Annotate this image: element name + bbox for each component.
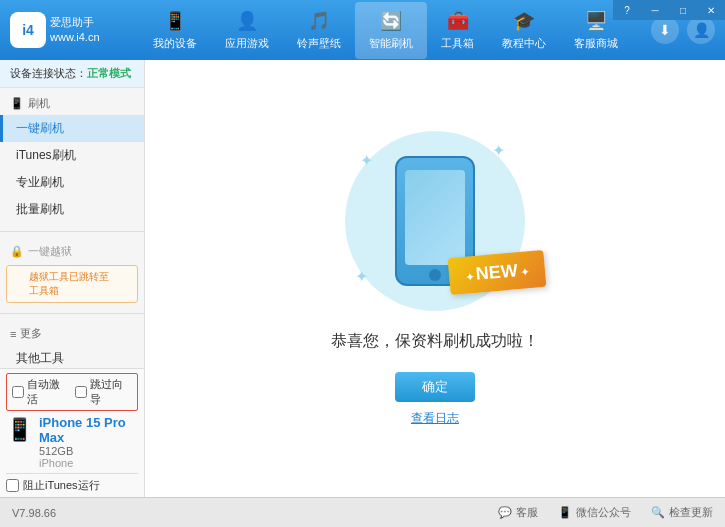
sparkle-3: ✦ <box>355 267 368 286</box>
app-logo: i4 爱思助手 www.i4.cn <box>10 12 120 48</box>
version-label: V7.98.66 <box>12 507 56 519</box>
sidebar-other-tools[interactable]: 其他工具 <box>0 345 144 368</box>
view-log-link[interactable]: 查看日志 <box>411 410 459 427</box>
confirm-button[interactable]: 确定 <box>395 372 475 402</box>
smart-flash-icon: 🔄 <box>380 10 402 32</box>
sidebar-itunes-flash[interactable]: iTunes刷机 <box>0 142 144 169</box>
phone-illustration: ✦ ✦ ✦ NEW <box>345 131 525 311</box>
phone-screen <box>405 170 465 265</box>
nav-ringtones-label: 铃声壁纸 <box>297 36 341 51</box>
my-device-icon: 📱 <box>164 10 186 32</box>
user-btn[interactable]: 👤 <box>687 16 715 44</box>
footer-wechat-label: 微信公众号 <box>576 505 631 520</box>
logo-text: 爱思助手 www.i4.cn <box>50 15 100 46</box>
nav-tutorial[interactable]: 🎓 教程中心 <box>488 2 560 59</box>
lock-icon: 🔒 <box>10 245 24 258</box>
footer-check-update[interactable]: 🔍 检查更新 <box>651 505 713 520</box>
itunes-block-option[interactable]: 阻止iTunes运行 <box>6 478 138 493</box>
flash-section-title: 📱 刷机 <box>0 92 144 115</box>
device-name: iPhone 15 Pro Max <box>39 415 138 445</box>
logo-icon: i4 <box>10 12 46 48</box>
window-maximize-btn[interactable]: □ <box>669 0 697 20</box>
nav-toolbox[interactable]: 🧰 工具箱 <box>427 2 488 59</box>
apps-games-icon: 👤 <box>236 10 258 32</box>
status-footer: V7.98.66 💬 客服 📱 微信公众号 🔍 检查更新 <box>0 497 725 527</box>
window-help-btn[interactable]: ? <box>613 0 641 20</box>
skip-guide-option[interactable]: 跳过向导 <box>75 377 132 407</box>
window-close-btn[interactable]: ✕ <box>697 0 725 20</box>
footer-check-update-label: 检查更新 <box>669 505 713 520</box>
download-btn[interactable]: ⬇ <box>651 16 679 44</box>
main-content: ✦ ✦ ✦ NEW 恭喜您，保资料刷机成功啦！ 确定 查看日志 <box>145 60 725 497</box>
phone-bg-circle: ✦ ✦ ✦ NEW <box>345 131 525 311</box>
service-footer-icon: 💬 <box>498 506 512 519</box>
auto-activate-option[interactable]: 自动激活 <box>12 377 69 407</box>
footer-service-label: 客服 <box>516 505 538 520</box>
sidebar-pro-flash[interactable]: 专业刷机 <box>0 169 144 196</box>
new-badge: NEW <box>448 249 546 294</box>
more-icon: ≡ <box>10 328 16 340</box>
nav-my-device-label: 我的设备 <box>153 36 197 51</box>
tutorial-icon: 🎓 <box>513 10 535 32</box>
nav-smart-flash[interactable]: 🔄 智能刷机 <box>355 2 427 59</box>
more-section: ≡ 更多 其他工具 下载固件 高级功能 <box>0 318 144 368</box>
sparkle-1: ✦ <box>360 151 373 170</box>
device-icon: 📱 <box>6 417 33 443</box>
footer-wechat[interactable]: 📱 微信公众号 <box>558 505 631 520</box>
device-info: iPhone 15 Pro Max 512GB iPhone <box>39 415 138 469</box>
left-panel: 设备连接状态：正常模式 📱 刷机 一键刷机 iTunes刷机 专业刷机 批量刷机 <box>0 60 145 497</box>
nav-tutorial-label: 教程中心 <box>502 36 546 51</box>
update-footer-icon: 🔍 <box>651 506 665 519</box>
nav-apps-games[interactable]: 👤 应用游戏 <box>211 2 283 59</box>
ringtones-icon: 🎵 <box>308 10 330 32</box>
itunes-block-checkbox[interactable] <box>6 479 19 492</box>
auto-activate-label: 自动激活 <box>27 377 69 407</box>
toolbox-icon: 🧰 <box>447 10 469 32</box>
sparkle-2: ✦ <box>492 141 505 160</box>
flash-section: 📱 刷机 一键刷机 iTunes刷机 专业刷机 批量刷机 <box>0 88 144 227</box>
connection-status: 设备连接状态：正常模式 <box>0 60 144 88</box>
sidebar-one-click-flash[interactable]: 一键刷机 <box>0 115 144 142</box>
wechat-footer-icon: 📱 <box>558 506 572 519</box>
itunes-block-label: 阻止iTunes运行 <box>23 478 100 493</box>
jailbreak-note: 越狱工具已跳转至工具箱 <box>6 265 138 303</box>
nav-bar: 📱 我的设备 👤 应用游戏 🎵 铃声壁纸 🔄 智能刷机 🧰 工具箱 🎓 <box>120 2 651 59</box>
device-storage: 512GB <box>39 445 138 457</box>
jailbreak-section: 🔒 一键越狱 越狱工具已跳转至工具箱 <box>0 236 144 309</box>
status-value: 正常模式 <box>87 67 131 79</box>
header-right: ⬇ 👤 <box>651 16 715 44</box>
nav-my-device[interactable]: 📱 我的设备 <box>139 2 211 59</box>
nav-apps-games-label: 应用游戏 <box>225 36 269 51</box>
skip-guide-label: 跳过向导 <box>90 377 132 407</box>
success-message: 恭喜您，保资料刷机成功啦！ <box>331 331 539 352</box>
nav-service-label: 客服商城 <box>574 36 618 51</box>
jailbreak-locked: 🔒 一键越狱 <box>0 240 144 263</box>
service-icon: 🖥️ <box>585 10 607 32</box>
more-section-title: ≡ 更多 <box>0 322 144 345</box>
skip-guide-checkbox[interactable] <box>75 386 87 398</box>
nav-ringtones[interactable]: 🎵 铃声壁纸 <box>283 2 355 59</box>
auto-activate-checkbox[interactable] <box>12 386 24 398</box>
sidebar-batch-flash[interactable]: 批量刷机 <box>0 196 144 223</box>
nav-toolbox-label: 工具箱 <box>441 36 474 51</box>
window-minimize-btn[interactable]: ─ <box>641 0 669 20</box>
phone-home-button <box>429 269 441 281</box>
nav-smart-flash-label: 智能刷机 <box>369 36 413 51</box>
device-panel: 自动激活 跳过向导 📱 iPhone 15 Pro Max 512GB <box>0 368 145 497</box>
device-type: iPhone <box>39 457 138 469</box>
flash-icon: 📱 <box>10 97 24 110</box>
footer-service[interactable]: 💬 客服 <box>498 505 538 520</box>
sidebar: 设备连接状态：正常模式 📱 刷机 一键刷机 iTunes刷机 专业刷机 批量刷机 <box>0 60 145 368</box>
